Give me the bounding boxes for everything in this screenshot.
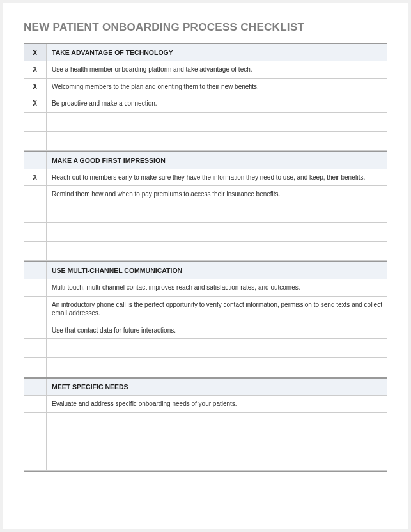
item-text: [47, 132, 387, 150]
checklist-row: XBe proactive and make a connection.: [24, 95, 387, 113]
section-header: XTAKE ADVANTAGE OF TECHNOLOGY: [24, 44, 387, 61]
check-cell[interactable]: [24, 339, 47, 357]
checklist-row: Evaluate and address specific onboarding…: [24, 396, 387, 413]
item-text: [47, 223, 387, 241]
check-cell[interactable]: [24, 322, 47, 339]
item-text: Use that contact data for future interac…: [47, 322, 387, 339]
checklist-row: [24, 451, 387, 471]
checklist-row: XUse a health member onboarding platform…: [24, 61, 387, 79]
item-text: Welcoming members to the plan and orient…: [47, 79, 387, 95]
section-header-text: TAKE ADVANTAGE OF TECHNOLOGY: [47, 44, 387, 61]
item-text: An introductory phone call is the perfec…: [47, 297, 387, 322]
section-header: MEET SPECIFIC NEEDS: [24, 379, 387, 396]
checklist-section: MEET SPECIFIC NEEDSEvaluate and address …: [24, 377, 387, 472]
checklist-row: [24, 132, 387, 151]
item-text: [47, 339, 387, 357]
check-cell[interactable]: [24, 186, 47, 203]
check-cell[interactable]: X: [24, 79, 47, 95]
item-text: [47, 432, 387, 451]
check-cell[interactable]: [24, 223, 47, 241]
checklist-container: XTAKE ADVANTAGE OF TECHNOLOGYXUse a heal…: [24, 43, 387, 472]
check-cell[interactable]: [24, 297, 47, 322]
checklist-row: [24, 223, 387, 242]
checklist-row: [24, 358, 387, 377]
check-cell[interactable]: [24, 396, 47, 412]
checklist-row: Use that contact data for future interac…: [24, 322, 387, 340]
checklist-row: XReach out to members early to make sure…: [24, 169, 387, 187]
item-text: Reach out to members early to make sure …: [47, 169, 387, 186]
item-text: [47, 413, 387, 432]
check-cell[interactable]: [24, 279, 47, 296]
header-check-cell[interactable]: X: [24, 44, 47, 61]
section-header-text: MEET SPECIFIC NEEDS: [47, 379, 387, 395]
page-title: NEW PATIENT ONBOARDING PROCESS CHECKLIST: [24, 21, 387, 34]
header-check-cell[interactable]: [24, 379, 47, 395]
item-text: [47, 203, 387, 222]
checklist-row: [24, 432, 387, 451]
item-text: Evaluate and address specific onboarding…: [47, 396, 387, 412]
checklist-row: [24, 413, 387, 432]
check-cell[interactable]: [24, 113, 47, 131]
check-cell[interactable]: [24, 242, 47, 260]
section-header: MAKE A GOOD FIRST IMPRESSION: [24, 152, 387, 169]
item-text: [47, 451, 387, 470]
checklist-row: [24, 242, 387, 261]
checklist-section: USE MULTI-CHANNEL COMMUNICATIONMulti-tou…: [24, 261, 387, 377]
item-text: Remind them how and when to pay premiums…: [47, 186, 387, 203]
item-text: Use a health member onboarding platform …: [47, 61, 387, 78]
checklist-row: An introductory phone call is the perfec…: [24, 297, 387, 322]
header-check-cell[interactable]: [24, 262, 47, 279]
checklist-section: MAKE A GOOD FIRST IMPRESSIONXReach out t…: [24, 151, 387, 261]
check-cell[interactable]: [24, 432, 47, 451]
check-cell[interactable]: [24, 451, 47, 470]
check-cell[interactable]: [24, 203, 47, 222]
checklist-row: [24, 203, 387, 223]
checklist-row: [24, 113, 387, 132]
section-header-text: USE MULTI-CHANNEL COMMUNICATION: [47, 262, 387, 279]
checklist-row: Remind them how and when to pay premiums…: [24, 186, 387, 203]
item-text: [47, 358, 387, 377]
section-header: USE MULTI-CHANNEL COMMUNICATION: [24, 262, 387, 279]
check-cell[interactable]: X: [24, 61, 47, 78]
check-cell[interactable]: [24, 132, 47, 150]
item-text: [47, 113, 387, 131]
checklist-row: XWelcoming members to the plan and orien…: [24, 79, 387, 96]
item-text: Be proactive and make a connection.: [47, 95, 387, 112]
check-cell[interactable]: X: [24, 95, 47, 112]
check-cell[interactable]: [24, 358, 47, 377]
item-text: [47, 242, 387, 260]
section-header-text: MAKE A GOOD FIRST IMPRESSION: [47, 152, 387, 169]
checklist-row: [24, 339, 387, 358]
header-check-cell[interactable]: [24, 152, 47, 169]
check-cell[interactable]: X: [24, 169, 47, 186]
checklist-section: XTAKE ADVANTAGE OF TECHNOLOGYXUse a heal…: [24, 43, 387, 151]
item-text: Multi-touch, multi-channel contact impro…: [47, 279, 387, 296]
check-cell[interactable]: [24, 413, 47, 432]
checklist-row: Multi-touch, multi-channel contact impro…: [24, 279, 387, 297]
document-page: NEW PATIENT ONBOARDING PROCESS CHECKLIST…: [3, 3, 408, 529]
